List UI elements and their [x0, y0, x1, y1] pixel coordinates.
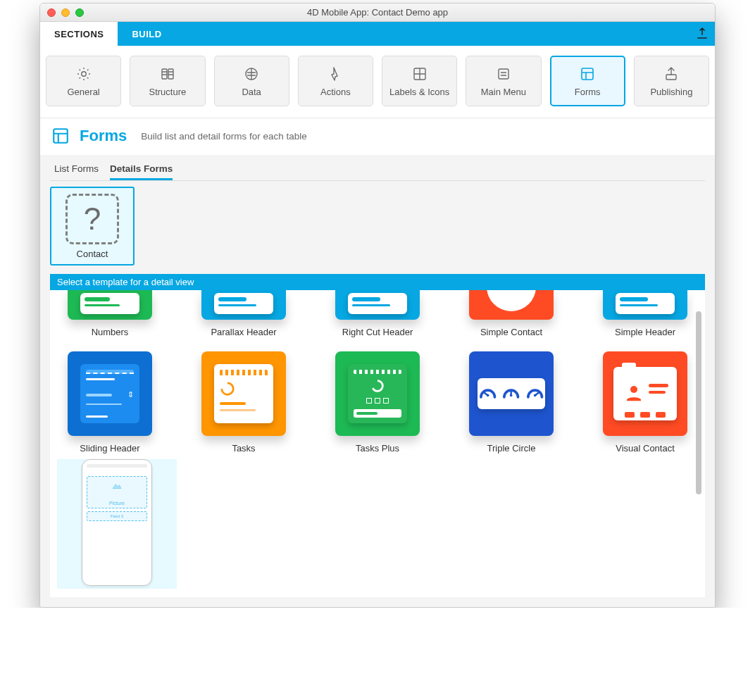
section-header: Forms Build list and detail forms for ea… [40, 118, 715, 155]
template-label: Parallax Header [211, 327, 276, 337]
menu-icon [495, 65, 512, 82]
section-title: Forms [80, 127, 127, 145]
svg-rect-6 [582, 68, 593, 80]
labels-icon [411, 65, 428, 82]
template-picker: Numbers Parallax Header [50, 290, 705, 597]
gear-icon [75, 65, 92, 82]
mock-picture-label: Picture [109, 501, 125, 506]
tab-sections[interactable]: SECTIONS [40, 22, 118, 46]
section-subtitle: Build list and detail forms for each tab… [141, 131, 307, 142]
tool-label: Actions [320, 87, 351, 97]
svg-point-14 [630, 386, 637, 393]
vertical-scrollbar[interactable] [694, 297, 704, 590]
tool-publishing[interactable]: Publishing [634, 56, 709, 106]
question-icon: ? [65, 194, 119, 244]
scroll-thumb[interactable] [696, 311, 701, 494]
export-icon[interactable] [697, 27, 708, 42]
template-right-cut-header[interactable]: Right Cut Header [325, 290, 430, 337]
close-icon[interactable] [47, 8, 56, 17]
template-label: Sliding Header [80, 443, 139, 454]
titlebar: 4D Mobile App: Contact Demo app [40, 4, 715, 22]
template-label: Numbers [92, 327, 129, 337]
template-tasks-plus[interactable]: Tasks Plus [325, 351, 430, 454]
template-label: Visual Contact [616, 443, 675, 454]
tool-label: Labels & Icons [389, 87, 449, 97]
forms-icon [579, 65, 596, 82]
table-chip-contact[interactable]: ? Contact [50, 187, 135, 265]
svg-rect-1 [162, 69, 167, 79]
template-triple-circle[interactable]: Triple Circle [458, 351, 564, 454]
tool-general[interactable]: General [46, 56, 121, 106]
template-label: Simple Header [615, 327, 675, 337]
subtab-details-forms[interactable]: Details Forms [110, 159, 173, 180]
section-toolbar: General Structure Data Actions Labe [40, 46, 715, 118]
data-icon [243, 65, 260, 82]
phone-mock-icon: Picture Field 3 [82, 459, 152, 586]
tool-label: Data [242, 87, 261, 97]
table-chip-label: Contact [77, 249, 108, 259]
svg-rect-8 [54, 129, 68, 143]
template-label: Tasks [232, 443, 255, 454]
tool-structure[interactable]: Structure [130, 56, 205, 106]
template-visual-contact[interactable]: Visual Contact [592, 351, 698, 454]
subtab-list-forms[interactable]: List Forms [54, 159, 99, 180]
tool-label: General [68, 87, 100, 97]
minimize-icon[interactable] [61, 8, 70, 17]
svg-rect-7 [666, 75, 676, 80]
tool-label: Structure [149, 87, 187, 97]
template-label: Tasks Plus [356, 443, 399, 454]
tool-label: Forms [575, 87, 601, 97]
template-label: Triple Circle [487, 443, 536, 454]
template-tasks[interactable]: Tasks [191, 351, 297, 454]
template-label: Right Cut Header [342, 327, 413, 337]
tool-data[interactable]: Data [214, 56, 289, 106]
forms-icon [51, 127, 70, 145]
tool-label: Publishing [650, 87, 692, 97]
svg-rect-5 [499, 69, 508, 79]
actions-icon [327, 65, 344, 82]
mock-field-label: Field 3 [111, 514, 123, 518]
template-simple-contact[interactable]: Simple Contact [458, 290, 564, 337]
tool-label: Main Menu [481, 87, 526, 97]
svg-point-0 [81, 71, 85, 75]
tool-main-menu[interactable]: Main Menu [466, 56, 541, 106]
content-area: List Forms Details Forms ? Contact Selec… [40, 155, 715, 607]
svg-point-9 [222, 383, 234, 395]
window-controls [47, 8, 84, 17]
svg-rect-2 [168, 69, 173, 79]
template-banner: Select a template for a detail view [50, 274, 705, 290]
main-tabs: SECTIONS BUILD [40, 22, 715, 46]
window-title: 4D Mobile App: Contact Demo app [307, 7, 448, 18]
app-window: 4D Mobile App: Contact Demo app SECTIONS… [39, 3, 716, 608]
template-sliding-header[interactable]: ⇕ Sliding Header [57, 351, 163, 454]
zoom-icon[interactable] [75, 8, 84, 17]
template-custom[interactable]: Picture Field 3 [57, 459, 177, 589]
publishing-icon [663, 65, 680, 82]
structure-icon [159, 65, 176, 82]
tool-forms[interactable]: Forms [550, 56, 625, 106]
template-simple-header[interactable]: Simple Header [592, 290, 698, 337]
form-subtabs: List Forms Details Forms [50, 159, 705, 181]
tool-actions[interactable]: Actions [298, 56, 373, 106]
tool-labels-icons[interactable]: Labels & Icons [382, 56, 457, 106]
svg-point-10 [373, 381, 383, 392]
template-label: Simple Contact [480, 327, 542, 337]
tab-build[interactable]: BUILD [118, 22, 175, 46]
template-parallax-header[interactable]: Parallax Header [191, 290, 297, 337]
template-numbers[interactable]: Numbers [57, 290, 163, 337]
